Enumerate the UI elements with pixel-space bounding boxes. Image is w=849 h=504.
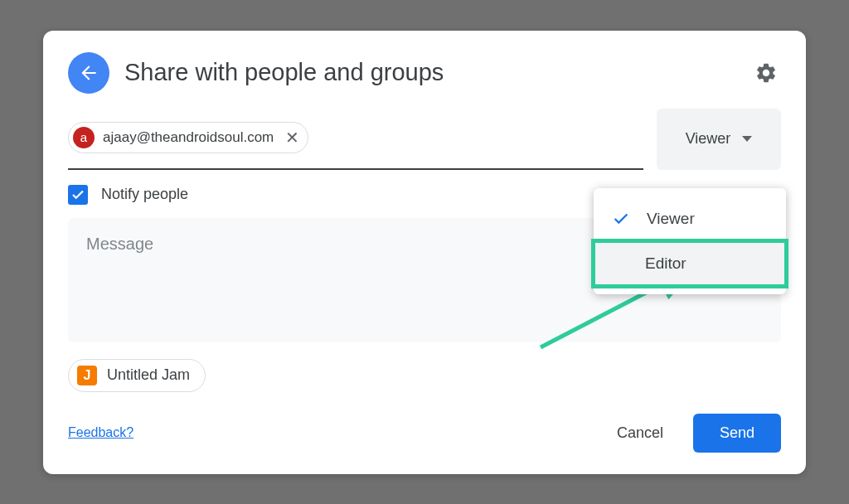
gear-icon bbox=[754, 61, 778, 85]
role-option-label: Editor bbox=[645, 254, 686, 273]
back-button[interactable] bbox=[68, 52, 109, 94]
message-placeholder: Message bbox=[86, 235, 153, 253]
feedback-link[interactable]: Feedback? bbox=[68, 425, 133, 440]
settings-button[interactable] bbox=[751, 58, 781, 88]
attachment-name: Untitled Jam bbox=[107, 366, 190, 384]
dialog-header: Share with people and groups bbox=[43, 31, 806, 109]
footer-actions: Cancel Send bbox=[597, 414, 781, 453]
dialog-title: Share with people and groups bbox=[124, 59, 736, 86]
recipient-input[interactable]: a ajaay@theandroidsoul.com ✕ bbox=[68, 109, 643, 170]
cancel-button[interactable]: Cancel bbox=[597, 414, 683, 452]
dialog-footer: Feedback? Cancel Send bbox=[43, 402, 806, 474]
close-icon[interactable]: ✕ bbox=[285, 129, 299, 146]
role-selector-button[interactable]: Viewer bbox=[657, 109, 781, 170]
notify-label: Notify people bbox=[101, 186, 188, 203]
role-dropdown-menu: Viewer Editor bbox=[594, 188, 786, 294]
role-option-viewer[interactable]: Viewer bbox=[594, 196, 786, 241]
share-dialog: Share with people and groups a ajaay@the… bbox=[43, 31, 806, 474]
role-option-editor[interactable]: Editor bbox=[594, 241, 786, 286]
send-button[interactable]: Send bbox=[693, 414, 781, 453]
attachment-chip[interactable]: J Untitled Jam bbox=[68, 359, 206, 392]
recipient-email: ajaay@theandroidsoul.com bbox=[103, 129, 274, 146]
role-selector-label: Viewer bbox=[686, 130, 731, 148]
role-option-label: Viewer bbox=[647, 210, 695, 228]
check-icon bbox=[612, 210, 630, 228]
check-icon bbox=[70, 187, 85, 202]
recipient-chip[interactable]: a ajaay@theandroidsoul.com ✕ bbox=[68, 122, 308, 153]
avatar: a bbox=[73, 127, 95, 148]
jamboard-icon: J bbox=[77, 366, 97, 385]
caret-down-icon bbox=[742, 136, 752, 142]
notify-checkbox[interactable] bbox=[68, 185, 88, 205]
arrow-left-icon bbox=[78, 62, 99, 84]
recipient-row: a ajaay@theandroidsoul.com ✕ Viewer bbox=[43, 109, 806, 170]
attachment-row: J Untitled Jam bbox=[43, 342, 806, 402]
